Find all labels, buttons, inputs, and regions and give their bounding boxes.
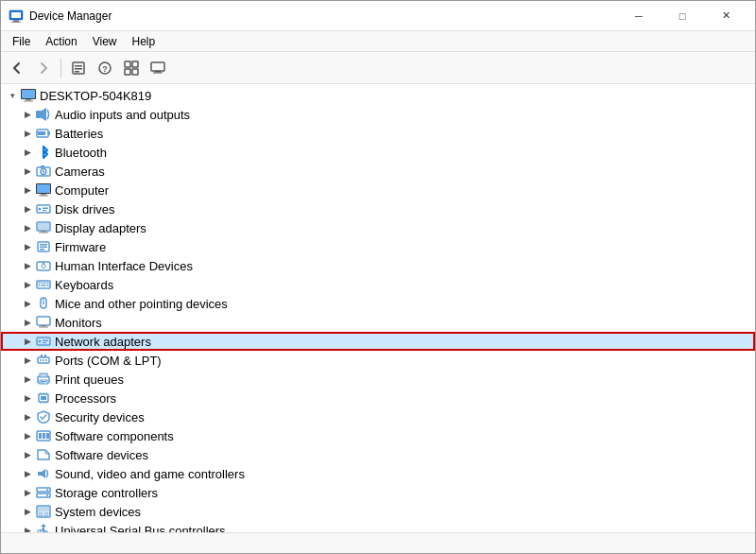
svg-marker-99 [41,524,46,527]
svg-rect-44 [40,247,47,249]
system-toggle[interactable]: ▶ [20,504,35,519]
usb-toggle[interactable]: ▶ [20,523,35,532]
svg-rect-74 [40,373,47,377]
close-button[interactable]: ✕ [704,1,747,31]
tree-row-audio[interactable]: ▶ Audio inputs and outputs [1,105,755,124]
tree-row-print[interactable]: ▶ Print queues [1,370,755,389]
maximize-button[interactable]: □ [661,1,704,31]
hid-toggle[interactable]: ▶ [20,258,35,273]
tree-row-cameras[interactable]: ▶ Cameras [1,162,755,181]
svg-rect-96 [39,512,43,516]
svg-rect-66 [43,342,46,343]
firmware-icon [35,239,52,254]
device-manager-window: Device Manager ─ □ ✕ File Action View He… [0,0,756,554]
svg-rect-52 [44,283,46,285]
menu-file[interactable]: File [5,31,38,52]
svg-rect-55 [42,285,46,286]
network-icon [35,334,52,349]
tree-item-system: ▶ System devices [1,502,755,521]
computer-icon [20,88,37,103]
properties-button[interactable] [66,56,91,80]
sound-toggle[interactable]: ▶ [20,466,35,481]
tree-row-monitors[interactable]: ▶ Monitors [1,313,755,332]
firmware-toggle[interactable]: ▶ [20,239,35,254]
svg-rect-77 [41,383,44,384]
network-toggle[interactable]: ▶ [20,334,35,349]
action-button[interactable] [119,56,144,80]
sw-devices-toggle[interactable]: ▶ [20,447,35,462]
sound-label: Sound, video and game controllers [55,467,245,481]
tree-row-system[interactable]: ▶ System devices [1,502,755,521]
tree-item-processors: ▶ Processors [1,389,755,407]
display-toggle[interactable]: ▶ [20,220,35,235]
tree-row-hid[interactable]: ▶ Human Interface Devices [1,256,755,275]
tree-row-firmware[interactable]: ▶ Firmware [1,237,755,256]
tree-row-bluetooth[interactable]: ▶ Bluetooth [1,143,755,162]
keyboards-toggle[interactable]: ▶ [20,277,35,292]
tree-item-sound: ▶ Sound, video and game controllers [1,464,755,483]
computer-toggle[interactable]: ▶ [20,182,35,198]
security-toggle[interactable]: ▶ [20,409,35,424]
mice-toggle[interactable]: ▶ [20,296,35,311]
storage-toggle[interactable]: ▶ [20,485,35,500]
menu-action[interactable]: Action [38,31,84,52]
tree-row-security[interactable]: ▶ Security devices [1,407,755,426]
window-icon [9,9,24,24]
print-toggle[interactable]: ▶ [20,372,35,387]
monitor-button[interactable] [146,56,170,80]
cameras-label: Cameras [55,164,105,179]
tree-row-sw-devices[interactable]: ▶ Software devices [1,445,755,464]
tree-item-hid: ▶ Human Interface Devices [1,256,755,275]
tree-row-usb[interactable]: ▶ Universal Serial Bus controllers [1,521,755,532]
minimize-button[interactable]: ─ [617,1,661,31]
svg-rect-61 [41,325,46,327]
svg-rect-54 [39,285,41,286]
tree-row-processors[interactable]: ▶ Processors [1,389,755,407]
device-tree-content[interactable]: ▾ DESKTOP-504K819 [1,84,755,532]
menu-view[interactable]: View [85,31,125,52]
monitors-icon [35,315,52,330]
tree-row-sound[interactable]: ▶ Sound, video and game controllers [1,464,755,483]
back-button[interactable] [5,56,29,80]
usb-label: Universal Serial Bus controllers [55,524,226,533]
batteries-toggle[interactable]: ▶ [20,126,35,141]
tree-row-mice[interactable]: ▶ Mice and other pointing devices [1,294,755,313]
svg-rect-62 [39,327,48,328]
forward-button[interactable] [31,56,56,80]
tree-item-display: ▶ Display adapters [1,218,755,237]
sw-components-toggle[interactable]: ▶ [20,428,35,443]
processors-toggle[interactable]: ▶ [20,390,35,406]
svg-point-93 [46,494,48,496]
svg-point-64 [39,340,42,343]
tree-row-display[interactable]: ▶ Display adapters [1,218,755,237]
audio-toggle[interactable]: ▶ [20,107,35,122]
svg-point-35 [39,208,42,211]
tree-item-ports: ▶ Ports (COM & LPT) [1,351,755,370]
bluetooth-toggle[interactable]: ▶ [20,145,35,160]
tree-row-ports[interactable]: ▶ Ports (COM & LPT) [1,351,755,370]
svg-rect-18 [22,90,35,98]
monitors-toggle[interactable]: ▶ [20,315,35,330]
sw-devices-icon [35,447,52,462]
disk-toggle[interactable]: ▶ [20,201,35,216]
tree-row-disk[interactable]: ▶ Disk drives [1,199,755,218]
svg-rect-79 [41,396,46,400]
tree-row-keyboards[interactable]: ▶ Keyboards [1,275,755,294]
help-button[interactable]: ? [93,56,117,80]
svg-rect-3 [11,22,21,23]
cameras-toggle[interactable]: ▶ [20,164,35,179]
menu-help[interactable]: Help [125,31,163,52]
tree-row-computer[interactable]: ▶ Computer [1,181,755,199]
svg-rect-11 [132,61,138,67]
print-label: Print queues [55,372,124,387]
svg-rect-32 [41,194,46,196]
tree-toggle-root[interactable]: ▾ [5,88,20,103]
ports-toggle[interactable]: ▶ [20,353,35,368]
tree-row-storage[interactable]: ▶ Storage controllers [1,483,755,502]
svg-rect-87 [39,433,42,439]
tree-row-network[interactable]: ▶ Network adapters [1,332,755,351]
tree-row-sw-components[interactable]: ▶ Software components [1,426,755,445]
firmware-label: Firmware [55,240,106,254]
tree-row-root[interactable]: ▾ DESKTOP-504K819 [1,86,755,105]
tree-row-batteries[interactable]: ▶ Batteries [1,124,755,143]
